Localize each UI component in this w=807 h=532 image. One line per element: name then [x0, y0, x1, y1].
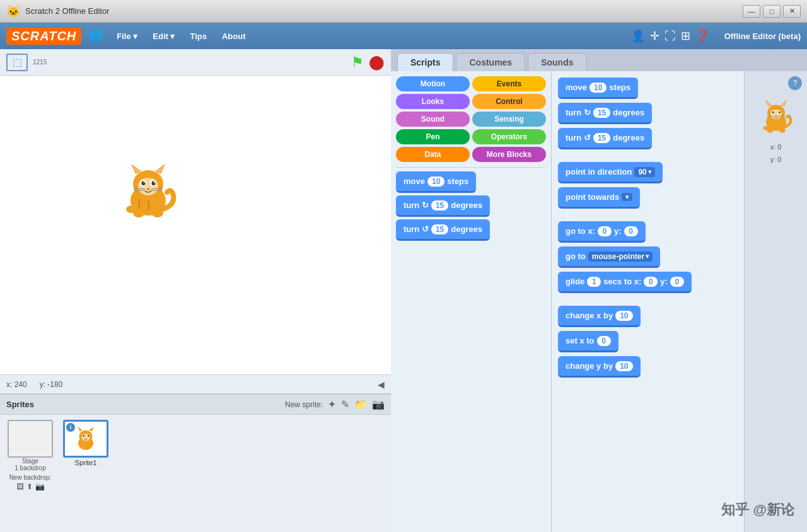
change-y-value[interactable]: 10	[615, 361, 632, 371]
category-events[interactable]: Events	[472, 76, 546, 91]
category-divider	[396, 167, 546, 168]
palette-turn-ccw-block[interactable]: turn ↺ 15 degrees	[396, 219, 490, 241]
sprites-header: Sprites New sprite: ✦ ✎ 📁 📷	[0, 395, 391, 415]
about-menu[interactable]: About	[216, 29, 252, 43]
svg-point-19	[152, 209, 163, 217]
svg-point-20	[126, 205, 136, 213]
stop-button[interactable]: ⬤	[369, 54, 385, 71]
glide-x-value[interactable]: 0	[644, 277, 658, 287]
green-flag-button[interactable]: ⚑	[351, 54, 364, 71]
block-change-x[interactable]: change x by 10	[558, 306, 641, 327]
tips-menu[interactable]: Tips	[183, 29, 213, 43]
preview-sprite-image	[754, 94, 798, 138]
block-point-direction[interactable]: point in direction 90	[558, 162, 663, 183]
change-x-value[interactable]: 10	[615, 311, 632, 321]
sprite-preview: ?	[744, 71, 807, 532]
block-glide[interactable]: glide 1 secs to x: 0 y: 0	[558, 272, 692, 293]
sprite1-item: i	[61, 420, 111, 466]
go-to-dropdown[interactable]: mouse-pointer	[588, 252, 653, 262]
stage-canvas[interactable]	[0, 76, 391, 374]
tab-scripts[interactable]: Scripts	[397, 53, 453, 71]
turn-cw-value[interactable]: 15	[593, 108, 610, 118]
backdrop-image-icon[interactable]: 🖼	[16, 482, 24, 491]
editor-content: Motion Events Looks Control Sound Sensin…	[391, 71, 807, 532]
sprite1-name: Sprite1	[75, 459, 97, 466]
backdrop-camera-icon[interactable]: 📷	[35, 482, 45, 491]
add-sprite-draw-icon[interactable]: ✎	[341, 398, 349, 410]
category-sound[interactable]: Sound	[396, 112, 470, 127]
glide-y-value[interactable]: 0	[670, 277, 684, 287]
move-value[interactable]: 10	[589, 83, 607, 93]
edit-menu[interactable]: Edit ▾	[146, 29, 181, 43]
stage-sprite-item: Stage 1 backdrop New backdrop: 🖼 ⬆ 📷	[5, 420, 55, 491]
block-turn-ccw[interactable]: turn ↺ 15 degrees	[558, 128, 652, 149]
palette-turn-cw-block[interactable]: turn ↻ 15 degrees	[396, 195, 490, 217]
expand-icon[interactable]: ⛶	[665, 30, 676, 43]
close-button[interactable]: ✕	[783, 5, 801, 18]
maximize-button[interactable]: □	[763, 5, 781, 18]
block-move[interactable]: move 10 steps	[558, 78, 638, 99]
svg-point-9	[142, 181, 146, 185]
crosshair-icon[interactable]: ✛	[650, 29, 659, 43]
block-turn-cw[interactable]: turn ↻ 15 degrees	[558, 103, 652, 124]
globe-icon[interactable]: 🌐	[89, 29, 103, 43]
svg-point-42	[772, 111, 773, 112]
tab-sounds[interactable]: Sounds	[528, 53, 586, 71]
sprite1-thumbnail[interactable]: i	[63, 420, 108, 458]
turn-ccw-value[interactable]: 15	[593, 133, 610, 143]
direction-dropdown[interactable]: 90	[634, 167, 654, 177]
palette-move-block[interactable]: move 10 steps	[396, 171, 476, 193]
add-sprite-star-icon[interactable]: ✦	[328, 398, 336, 410]
script-area[interactable]: move 10 steps turn ↻ 15 degrees turn ↺ 1…	[552, 71, 744, 532]
svg-marker-23	[78, 427, 83, 432]
titlebar: 🐱 Scratch 2 Offline Editor — □ ✕	[0, 0, 807, 23]
preview-y-coord: y: 0	[770, 156, 782, 163]
scratch-cat-sprite	[113, 158, 183, 227]
app-icon: 🐱	[6, 4, 20, 18]
collapse-button[interactable]: ◀	[378, 379, 385, 390]
towards-dropdown[interactable]	[622, 193, 632, 201]
category-operators[interactable]: Operators	[472, 129, 546, 144]
category-grid: Motion Events Looks Control Sound Sensin…	[396, 76, 546, 162]
backdrop-upload-icon[interactable]: ⬆	[26, 482, 33, 491]
glide-secs-value[interactable]: 1	[587, 277, 601, 287]
backdrop-icons: 🖼 ⬆ 📷	[16, 482, 45, 491]
sprite-info-badge[interactable]: i	[66, 423, 75, 432]
stage-number: 1215	[33, 59, 47, 66]
block-point-towards[interactable]: point towards	[558, 187, 640, 209]
category-sensing[interactable]: Sensing	[472, 112, 546, 127]
category-motion[interactable]: Motion	[396, 76, 470, 91]
stage-thumbnail[interactable]	[8, 420, 53, 458]
collapse-icon[interactable]: ⊞	[681, 29, 690, 43]
add-sprite-camera-icon[interactable]: 📷	[372, 398, 385, 410]
main-content: ⬚ 1215 ⚑ ⬤	[0, 49, 807, 532]
block-change-y[interactable]: change y by 10	[558, 356, 641, 378]
help-button[interactable]: ?	[788, 76, 802, 90]
category-pen[interactable]: Pen	[396, 129, 470, 144]
svg-point-43	[779, 111, 780, 112]
x-coordinate: x: 240	[6, 380, 27, 389]
help-toolbar-icon[interactable]: ❓	[695, 29, 709, 43]
add-sprite-icon[interactable]: 👤	[631, 29, 645, 43]
category-data[interactable]: Data	[396, 147, 470, 162]
go-x-value[interactable]: 0	[598, 226, 612, 236]
category-control[interactable]: Control	[472, 94, 546, 109]
blocks-palette: Motion Events Looks Control Sound Sensin…	[391, 71, 552, 532]
set-x-value[interactable]: 0	[597, 336, 611, 346]
file-menu[interactable]: File ▾	[110, 29, 144, 43]
category-more-blocks[interactable]: More Blocks	[472, 147, 546, 162]
stage-name: Stage	[22, 458, 38, 465]
go-y-value[interactable]: 0	[624, 226, 638, 236]
window-controls: — □ ✕	[743, 5, 801, 18]
category-looks[interactable]: Looks	[396, 94, 470, 109]
block-go-to[interactable]: go to mouse-pointer	[558, 246, 660, 268]
svg-point-10	[152, 181, 156, 185]
add-sprite-folder-icon[interactable]: 📁	[354, 398, 367, 410]
block-go-to-xy[interactable]: go to x: 0 y: 0	[558, 221, 646, 243]
editor-tabs: Scripts Costumes Sounds	[391, 49, 807, 71]
tab-costumes[interactable]: Costumes	[456, 53, 525, 71]
stage-size-icon[interactable]: ⬚	[6, 54, 28, 71]
block-set-x[interactable]: set x to 0	[558, 331, 618, 352]
right-panel: Scripts Costumes Sounds Motion Events Lo…	[391, 49, 807, 532]
minimize-button[interactable]: —	[743, 5, 760, 18]
